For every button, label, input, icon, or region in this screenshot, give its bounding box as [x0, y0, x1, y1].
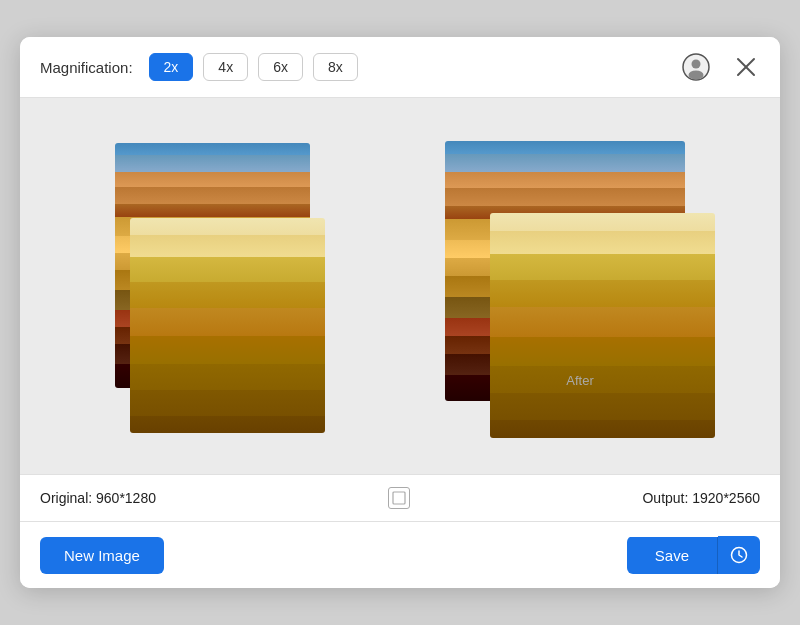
output-image-front: [490, 213, 715, 438]
output-image-stack: After: [445, 133, 715, 443]
svg-point-1: [692, 60, 701, 69]
mag-8x-button[interactable]: 8x: [313, 53, 358, 81]
original-image-front: [130, 218, 325, 433]
main-dialog: Magnification: 2x 4x 6x 8x: [20, 37, 780, 588]
info-bar: Original: 960*1280 Output: 1920*2560: [20, 474, 780, 522]
toolbar: Magnification: 2x 4x 6x 8x: [20, 37, 780, 98]
svg-rect-5: [393, 492, 405, 504]
mag-6x-button[interactable]: 6x: [258, 53, 303, 81]
output-info: Output: 1920*2560: [642, 490, 760, 506]
original-image-stack: [105, 133, 335, 443]
new-image-button[interactable]: New Image: [40, 537, 164, 574]
original-preview-pane: [40, 118, 400, 458]
mag-2x-button[interactable]: 2x: [149, 53, 194, 81]
history-icon: [730, 546, 748, 564]
after-label: After: [566, 373, 593, 388]
output-preview-pane: After: [400, 118, 760, 458]
save-button[interactable]: Save: [627, 537, 718, 574]
mag-4x-button[interactable]: 4x: [203, 53, 248, 81]
action-bar: New Image Save: [20, 522, 780, 588]
magnification-label: Magnification:: [40, 59, 133, 76]
account-icon[interactable]: [680, 51, 712, 83]
sync-icon[interactable]: [388, 487, 410, 509]
close-icon[interactable]: [732, 53, 760, 81]
svg-point-2: [689, 71, 704, 80]
preview-area: After: [20, 98, 780, 474]
save-group: Save: [627, 536, 760, 574]
save-history-button[interactable]: [718, 536, 760, 574]
original-info: Original: 960*1280: [40, 490, 156, 506]
